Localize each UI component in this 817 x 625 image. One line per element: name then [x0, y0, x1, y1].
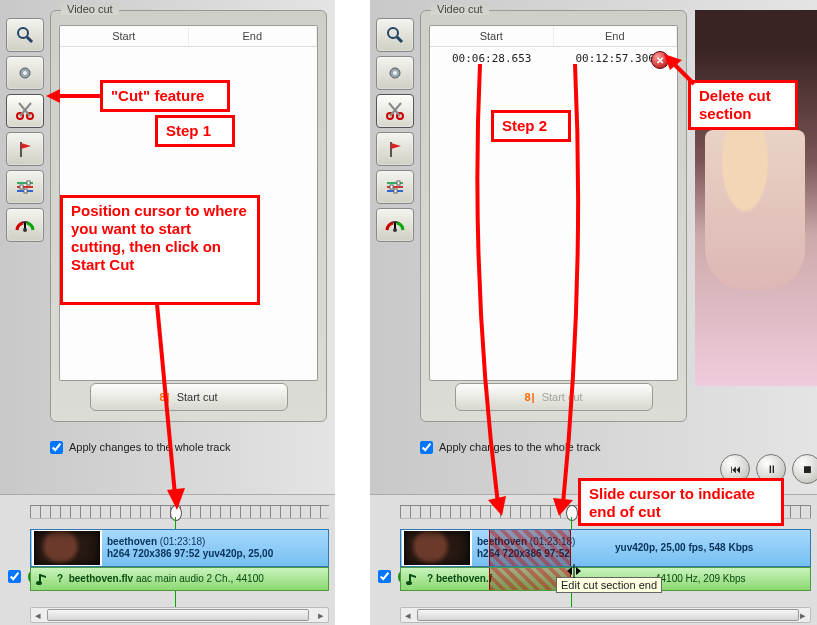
- gear-icon[interactable]: [376, 56, 414, 90]
- start-cut-label: Start cut: [542, 391, 583, 403]
- audio-track-info: ? beethoven.flv aac main audio 2 Ch., 44…: [53, 573, 264, 585]
- video-thumbnail: [402, 529, 472, 567]
- svg-point-35: [406, 581, 412, 585]
- svg-point-16: [23, 228, 27, 232]
- zoom-icon[interactable]: [376, 18, 414, 52]
- svg-rect-13: [20, 185, 23, 189]
- svg-rect-31: [390, 185, 393, 189]
- cut-region[interactable]: [489, 530, 571, 566]
- cut-list-header: Start End: [430, 26, 677, 47]
- tool-column: [6, 18, 42, 242]
- cut-row[interactable]: 00:06:28.653 00:12:57.306 ✕: [430, 47, 677, 69]
- svg-line-19: [397, 37, 402, 42]
- playhead-cursor[interactable]: [170, 505, 182, 521]
- svg-line-1: [27, 37, 32, 42]
- music-note-icon: [405, 572, 419, 586]
- track-checkbox[interactable]: [378, 570, 391, 583]
- scroll-left-icon[interactable]: ◂: [31, 609, 45, 622]
- timeline: beethoven (01:23:18) h264 720x386 97:52 …: [0, 494, 335, 625]
- panel-title: Video cut: [431, 3, 489, 15]
- annot-step1: Step 1: [155, 115, 235, 147]
- flag-icon[interactable]: [376, 132, 414, 166]
- apply-whole-track-checkbox[interactable]: [50, 441, 63, 454]
- zoom-icon[interactable]: [6, 18, 44, 52]
- tool-column: [376, 18, 412, 242]
- apply-row: Apply changes to the whole track: [50, 436, 327, 458]
- sliders-icon[interactable]: [376, 170, 414, 204]
- scroll-thumb[interactable]: [47, 609, 309, 621]
- svg-marker-45: [567, 567, 572, 575]
- svg-point-17: [36, 581, 42, 585]
- time-ruler[interactable]: [30, 505, 329, 519]
- svg-point-18: [388, 28, 398, 38]
- apply-label: Apply changes to the whole track: [439, 441, 600, 453]
- annot-position: Position cursor to where you want to sta…: [60, 195, 260, 305]
- gear-icon[interactable]: [6, 56, 44, 90]
- video-track[interactable]: beethoven (01:23:18) h264 720x386 97:52 …: [30, 529, 329, 567]
- col-end: End: [189, 26, 318, 46]
- scroll-left-icon[interactable]: ◂: [401, 609, 415, 622]
- stop-button[interactable]: ⏹: [792, 454, 817, 484]
- col-start: Start: [60, 26, 189, 46]
- cut-list-header: Start End: [60, 26, 317, 47]
- annot-slide: Slide cursor to indicate end of cut: [578, 478, 784, 526]
- audio-track-info: ? beethoven.f: [423, 573, 492, 585]
- svg-point-21: [393, 71, 397, 75]
- audio-track[interactable]: ? beethoven.flv aac main audio 2 Ch., 44…: [30, 567, 329, 591]
- timeline-scrollbar[interactable]: ◂ ▸: [400, 607, 811, 623]
- scissors-icon[interactable]: [6, 94, 44, 128]
- svg-point-0: [18, 28, 28, 38]
- video-cut-panel: Video cut Start End 00:06:28.653 00:12:5…: [420, 10, 687, 422]
- svg-rect-32: [394, 189, 397, 193]
- col-end: End: [554, 26, 678, 46]
- preview-subject: [705, 130, 805, 290]
- svg-marker-46: [576, 567, 581, 575]
- tooltip-edit-cut-end: Edit cut section end: [556, 577, 662, 593]
- sliders-icon[interactable]: [6, 170, 44, 204]
- svg-rect-14: [24, 189, 27, 193]
- delete-cut-button[interactable]: ✕: [651, 51, 669, 69]
- start-cut-button[interactable]: 8 | Start cut: [90, 383, 288, 411]
- cut-list: Start End 00:06:28.653 00:12:57.306 ✕: [429, 25, 678, 381]
- gauge-icon[interactable]: [376, 208, 414, 242]
- track-checkbox[interactable]: [8, 570, 21, 583]
- svg-rect-12: [27, 181, 30, 185]
- start-cut-label: Start cut: [177, 391, 218, 403]
- start-cut-button[interactable]: 8 | Start cut: [455, 383, 653, 411]
- apply-whole-track-checkbox[interactable]: [420, 441, 433, 454]
- gauge-icon[interactable]: [6, 208, 44, 242]
- flag-icon[interactable]: [6, 132, 44, 166]
- close-icon: ✕: [656, 55, 664, 66]
- svg-point-3: [23, 71, 27, 75]
- annot-cut-feature: "Cut" feature: [100, 80, 230, 112]
- music-note-icon: [35, 572, 49, 586]
- playhead-cursor[interactable]: [566, 505, 578, 521]
- annot-delete: Delete cut section: [688, 80, 798, 130]
- annot-step2: Step 2: [491, 110, 571, 142]
- cut-start-value: 00:06:28.653: [430, 52, 554, 65]
- panel-title: Video cut: [61, 3, 119, 15]
- apply-row: Apply changes to the whole track: [420, 436, 687, 458]
- scroll-right-icon[interactable]: ▸: [314, 609, 328, 622]
- scissors-icon[interactable]: [376, 94, 414, 128]
- scroll-thumb[interactable]: [417, 609, 799, 621]
- resize-cursor-icon: [566, 564, 582, 578]
- cut-glyph-icon: 8 |: [159, 391, 168, 403]
- timeline-scrollbar[interactable]: ◂ ▸: [30, 607, 329, 623]
- video-track-info: beethoven (01:23:18) h264 720x386 97:52 …: [103, 536, 273, 560]
- video-thumbnail: [32, 529, 102, 567]
- video-preview: [695, 10, 817, 386]
- svg-point-34: [393, 228, 397, 232]
- svg-rect-30: [397, 181, 400, 185]
- audio-track-info-right: 44100 Hz, 209 Kbps: [651, 573, 746, 585]
- apply-label: Apply changes to the whole track: [69, 441, 230, 453]
- cut-glyph-icon: 8 |: [524, 391, 533, 403]
- col-start: Start: [430, 26, 554, 46]
- video-track-info-right: yuv420p, 25,00 fps, 548 Kbps: [611, 542, 753, 554]
- video-track[interactable]: beethoven (01:23:18) h264 720x386 97:52 …: [400, 529, 811, 567]
